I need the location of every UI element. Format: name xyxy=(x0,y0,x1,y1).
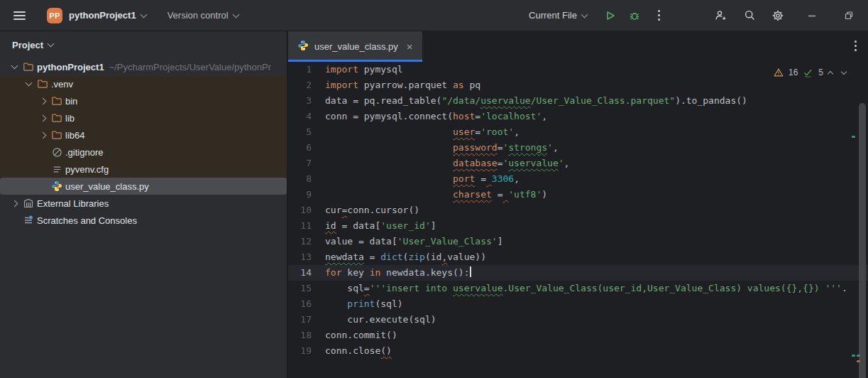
code-line-6[interactable]: 6 password='strongs', xyxy=(288,140,868,156)
code-text: conn.close() xyxy=(325,343,392,359)
line-number[interactable]: 15 xyxy=(288,281,312,296)
chevron-down-icon xyxy=(581,11,588,18)
code-line-15[interactable]: 15 sql='''insert into uservalue.User_Val… xyxy=(288,281,868,296)
code-text: password='strongs', xyxy=(325,140,559,156)
code-line-4[interactable]: 4conn = pymysql.connect(host='localhost'… xyxy=(288,109,868,124)
run-button[interactable] xyxy=(601,6,620,25)
debug-button[interactable] xyxy=(625,6,644,25)
line-number[interactable]: 11 xyxy=(288,218,312,234)
tree-item-lib64[interactable]: lib64 xyxy=(0,126,287,144)
code-editor[interactable]: 1import pymysql2import pyarrow.parquet a… xyxy=(288,62,868,378)
line-number[interactable]: 16 xyxy=(288,296,312,312)
code-line-12[interactable]: 12value = data['User_Value_Class'] xyxy=(288,234,868,249)
project-panel-header[interactable]: Project xyxy=(0,31,287,58)
code-line-11[interactable]: 11id = data['user_id'] xyxy=(288,218,868,234)
code-text: database='uservalue', xyxy=(325,156,569,171)
line-number[interactable]: 5 xyxy=(288,124,312,140)
python-icon xyxy=(50,180,64,192)
code-line-16[interactable]: 16 print(sql) xyxy=(288,296,868,312)
line-number[interactable]: 7 xyxy=(288,156,312,171)
prev-problem-icon[interactable] xyxy=(828,70,833,76)
line-number[interactable]: 18 xyxy=(288,328,312,343)
tree-item-pythonproject1[interactable]: pythonProject1~/PycharmProjects/UserValu… xyxy=(0,58,287,75)
line-number[interactable]: 12 xyxy=(288,234,312,249)
tree-item-label: External Libraries xyxy=(37,198,109,209)
stripe-mark[interactable] xyxy=(857,355,860,357)
project-tool-window: Project pythonProject1~/PycharmProjects/… xyxy=(0,31,287,378)
version-control-menu[interactable]: Version control xyxy=(167,10,229,21)
library-icon xyxy=(21,198,35,209)
line-number[interactable]: 1 xyxy=(288,62,312,77)
chevron-right-icon[interactable] xyxy=(35,99,50,104)
folder-icon xyxy=(21,61,35,72)
stripe-mark[interactable] xyxy=(852,355,855,357)
editor-options-kebab-icon[interactable] xyxy=(855,40,857,51)
line-number[interactable]: 10 xyxy=(288,202,312,218)
code-line-14[interactable]: 14for key in newdata.keys(): xyxy=(288,265,868,281)
editor-tab-bar: user_value_class.py × xyxy=(288,31,868,62)
chevron-down-icon[interactable] xyxy=(7,65,21,68)
code-line-19[interactable]: 19conn.close() xyxy=(288,343,868,359)
folder-icon xyxy=(50,129,64,141)
line-number[interactable]: 17 xyxy=(288,312,312,328)
settings-button[interactable] xyxy=(769,6,787,25)
search-everywhere-button[interactable] xyxy=(740,6,759,25)
code-lines[interactable]: 1import pymysql2import pyarrow.parquet a… xyxy=(288,62,868,359)
tree-item-bin[interactable]: bin xyxy=(0,92,287,109)
code-with-me-button[interactable] xyxy=(712,6,730,25)
code-text: import pymysql xyxy=(325,62,403,77)
chevron-right-icon[interactable] xyxy=(35,133,50,138)
tree-item-lib[interactable]: lib xyxy=(0,109,287,126)
typo-count: 5 xyxy=(818,65,823,80)
line-number[interactable]: 2 xyxy=(288,77,312,93)
stripe-mark[interactable] xyxy=(852,136,855,138)
warning-count: 16 xyxy=(789,65,798,80)
project-selector[interactable]: pythonProject1 xyxy=(69,10,136,21)
editor-scrollbar[interactable] xyxy=(859,103,866,378)
main-menu-button[interactable] xyxy=(10,6,28,25)
chevron-down-icon xyxy=(48,40,55,48)
line-number[interactable]: 13 xyxy=(288,249,312,265)
line-number[interactable]: 6 xyxy=(288,140,312,156)
chevron-down-icon[interactable] xyxy=(21,82,35,85)
run-config-label: Current File xyxy=(529,10,577,21)
stripe-mark[interactable] xyxy=(857,360,860,362)
chevron-right-icon[interactable] xyxy=(35,116,50,121)
code-text: charset = 'utf8') xyxy=(325,187,547,202)
code-text: newdata = dict(zip(id,value)) xyxy=(325,249,486,265)
tree-item-scratches-and-consoles[interactable]: Scratches and Consoles xyxy=(0,212,287,229)
line-number[interactable]: 4 xyxy=(288,109,312,124)
code-line-17[interactable]: 17 cur.execute(sql) xyxy=(288,312,868,328)
code-line-5[interactable]: 5 user='root', xyxy=(288,124,868,140)
chevron-down-icon xyxy=(232,11,239,18)
restore-window-button[interactable] xyxy=(840,6,858,25)
line-number[interactable]: 9 xyxy=(288,187,312,202)
tree-item--venv[interactable]: .venv xyxy=(0,75,287,92)
minimize-window-button[interactable] xyxy=(803,6,821,25)
line-number[interactable]: 3 xyxy=(288,93,312,109)
tree-item-label: user_value_class.py xyxy=(65,181,149,192)
line-number[interactable]: 19 xyxy=(288,343,312,359)
tree-item--gitignore[interactable]: .gitignore xyxy=(0,144,287,161)
line-number[interactable]: 8 xyxy=(288,171,312,187)
tab-user-value-class[interactable]: user_value_class.py × xyxy=(288,31,422,62)
kebab-icon xyxy=(658,10,660,21)
tree-item-external-libraries[interactable]: External Libraries xyxy=(0,195,287,212)
tree-item-label: lib xyxy=(65,113,75,124)
more-actions-button[interactable] xyxy=(649,6,668,25)
code-line-3[interactable]: 3data = pq.read_table("/data/uservalue/U… xyxy=(288,93,868,109)
run-configuration-selector[interactable]: Current File xyxy=(529,10,587,21)
next-problem-icon[interactable] xyxy=(841,68,847,74)
tab-close-button[interactable]: × xyxy=(407,41,413,52)
inspections-widget[interactable]: 16 5 xyxy=(770,64,850,81)
code-line-7[interactable]: 7 database='uservalue', xyxy=(288,156,868,171)
tree-item-pyvenv-cfg[interactable]: pyvenv.cfg xyxy=(0,161,287,178)
tree-item-user-value-class-py[interactable]: user_value_class.py xyxy=(0,178,287,195)
chevron-right-icon[interactable] xyxy=(7,201,21,206)
code-line-8[interactable]: 8 port = 3306, xyxy=(288,171,868,187)
code-line-10[interactable]: 10cur=conn.cursor() xyxy=(288,202,868,218)
code-line-18[interactable]: 18conn.commit() xyxy=(288,328,868,343)
line-number[interactable]: 14 xyxy=(288,265,312,281)
code-line-13[interactable]: 13newdata = dict(zip(id,value)) xyxy=(288,249,868,265)
code-line-9[interactable]: 9 charset = 'utf8') xyxy=(288,187,868,202)
